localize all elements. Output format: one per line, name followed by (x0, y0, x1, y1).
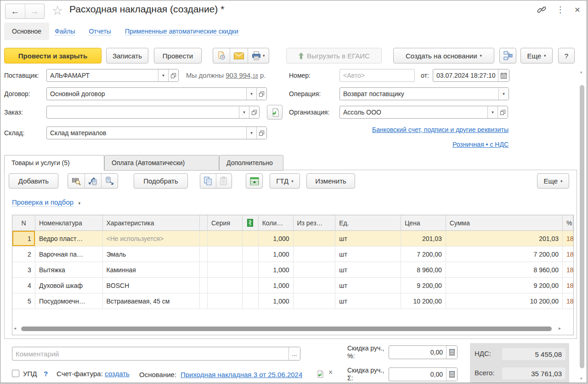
invoice-create-link[interactable]: создать (105, 370, 130, 378)
col-nomenclature[interactable]: Номенклатура (35, 215, 103, 230)
table-row[interactable]: 2 Варочная па… Эмаль 1,000 шт 7 200,00 7… (12, 246, 573, 262)
cell-vat[interactable]: 18% (563, 262, 573, 277)
tab-auto-discounts[interactable]: Примененные автоматические скидки (125, 28, 238, 35)
cell-characteristic[interactable]: BOSCH (103, 278, 200, 293)
send-email-button[interactable] (230, 48, 248, 63)
vertical-scrollbar[interactable]: ▴ ▾ (579, 69, 585, 383)
cell-nomenclature[interactable]: Посудомоечн… (35, 293, 103, 309)
cell-unit[interactable]: шт (335, 246, 401, 262)
cell-excise[interactable] (243, 278, 259, 293)
cell-nomenclature[interactable]: Варочная па… (35, 246, 103, 262)
horizontal-scrollbar-thumb[interactable] (21, 327, 552, 331)
col-series[interactable]: Серия (208, 215, 243, 230)
col-vat[interactable]: % НДС (563, 215, 573, 230)
export-table-button[interactable] (246, 173, 263, 189)
cell-n[interactable]: 3 (12, 262, 35, 277)
cell-price[interactable]: 9 200,00 (401, 278, 446, 293)
post-and-close-button[interactable]: Провести и закрыть (4, 48, 102, 63)
cell-quantity[interactable]: 1,000 (259, 231, 294, 246)
add-row-button[interactable]: Добавить (9, 173, 58, 189)
cell-spacer[interactable] (200, 246, 208, 262)
table-more-button[interactable]: Еще ▾ (537, 173, 569, 189)
cell-unit[interactable]: шт (335, 293, 401, 309)
supplier-dropdown-icon[interactable]: ▾ (158, 69, 168, 81)
cell-quantity[interactable]: 1,000 (259, 278, 294, 293)
save-button[interactable]: Записать (106, 48, 148, 63)
cell-characteristic[interactable]: Встраиваемая, 45 см (103, 293, 200, 309)
calculator-icon[interactable] (446, 368, 457, 381)
comment-field[interactable]: ... (12, 347, 300, 361)
cell-excise[interactable] (243, 231, 259, 246)
cell-nomenclature[interactable]: Ведро пласт… (35, 231, 103, 246)
cell-spacer[interactable] (200, 278, 208, 293)
fill-from-order-button[interactable] (267, 105, 283, 120)
col-quantity[interactable]: Коли… (259, 215, 294, 230)
col-unit[interactable]: Ед. (335, 215, 401, 230)
more-button[interactable]: Еще ▾ (520, 48, 553, 63)
cell-reserve[interactable] (294, 231, 336, 246)
cell-vat[interactable]: 18% (563, 293, 573, 309)
bank-details-link[interactable]: Банковский счет, подписи и другие реквиз… (372, 126, 509, 133)
scroll-down-icon[interactable]: ▾ (580, 376, 582, 381)
contract-open-icon[interactable] (256, 88, 266, 100)
tab-payment[interactable]: Оплата (Автоматически) (104, 155, 219, 171)
organization-open-icon[interactable] (498, 106, 508, 118)
help-button[interactable]: ? (558, 48, 575, 63)
table-row[interactable]: 3 Вытяжка Каминная 1,000 шт 8 960,00 8 9… (12, 262, 573, 278)
print-button[interactable]: ▾ (248, 48, 269, 63)
tab-files[interactable]: Файлы (55, 28, 75, 35)
order-dropdown-icon[interactable]: ▾ (239, 106, 249, 118)
cell-series[interactable] (208, 231, 243, 246)
cell-n[interactable]: 4 (12, 278, 35, 293)
date-field[interactable]: 03.07.2024 18:27:10 (433, 69, 509, 82)
cell-vat[interactable]: 18% (563, 278, 573, 293)
cell-reserve[interactable] (294, 262, 336, 277)
forward-button[interactable]: → (25, 4, 45, 18)
table-row[interactable]: 5 Посудомоечн… Встраиваемая, 45 см 1,000… (12, 293, 573, 309)
create-based-on-button[interactable]: Создать на основании ▾ (393, 48, 494, 63)
cell-n[interactable]: 2 (12, 246, 35, 262)
table-row[interactable]: 1 Ведро пласт… <Не используется> 1,000 ш… (12, 231, 573, 246)
open-basis-icon[interactable] (317, 370, 324, 378)
cell-nomenclature[interactable]: Вытяжка (35, 262, 103, 277)
col-price[interactable]: Цена (401, 215, 446, 230)
postpone-document-button[interactable] (213, 48, 230, 63)
copy-rows-button[interactable] (200, 174, 216, 188)
operation-field[interactable]: Возврат поставщику ▾ (339, 87, 509, 100)
menu-kebab-icon[interactable]: ⋮ (556, 5, 565, 15)
calendar-icon[interactable] (498, 69, 509, 81)
cell-sum[interactable]: 7 200,00 (446, 246, 563, 262)
cell-unit[interactable]: шт (335, 278, 401, 293)
organization-dropdown-icon[interactable]: ▾ (487, 106, 498, 118)
cell-vat[interactable]: 18% (563, 231, 573, 246)
warehouse-field[interactable]: Склад материалов ▾ (46, 126, 267, 139)
cell-vat[interactable]: 18% (563, 246, 573, 262)
cell-sum[interactable]: 9 200,00 (446, 278, 563, 293)
table-row[interactable]: 4 Духовой шкаф BOSCH 1,000 шт 9 200,00 9… (12, 278, 573, 293)
organization-field[interactable]: Ассоль ООО ▾ (339, 106, 508, 119)
scroll-up-icon[interactable]: ▴ (580, 69, 582, 74)
cell-characteristic[interactable]: Каминная (103, 262, 200, 277)
check-and-pick-link[interactable]: Проверка и подбор (12, 198, 74, 206)
pick-items-button[interactable]: Подобрать (134, 173, 188, 189)
scroll-right-icon[interactable]: ▸ (559, 326, 561, 331)
cell-series[interactable] (208, 246, 243, 262)
discount-percent-field[interactable]: 0,00 (389, 345, 458, 359)
cell-reserve[interactable] (294, 246, 336, 262)
cell-spacer[interactable] (200, 293, 208, 309)
col-characteristic[interactable]: Характеристика (103, 215, 200, 230)
cell-excise[interactable] (243, 293, 259, 309)
col-sum[interactable]: Сумма (446, 215, 563, 230)
edit-button[interactable]: Изменить (306, 173, 355, 189)
cell-characteristic[interactable]: <Не используется> (103, 231, 200, 246)
cell-quantity[interactable]: 1,000 (259, 293, 294, 309)
comment-input[interactable] (12, 347, 288, 360)
supplier-field[interactable]: АЛЬФАМАРТ ▾ (46, 69, 179, 82)
terminal-unload-button[interactable] (101, 174, 118, 188)
cell-quantity[interactable]: 1,000 (259, 246, 294, 262)
upd-help-icon[interactable]: ? (44, 370, 48, 378)
upd-checkbox[interactable] (12, 370, 19, 377)
contract-dropdown-icon[interactable]: ▾ (246, 88, 256, 100)
cell-excise[interactable] (243, 262, 259, 277)
warehouse-open-icon[interactable] (256, 127, 266, 139)
